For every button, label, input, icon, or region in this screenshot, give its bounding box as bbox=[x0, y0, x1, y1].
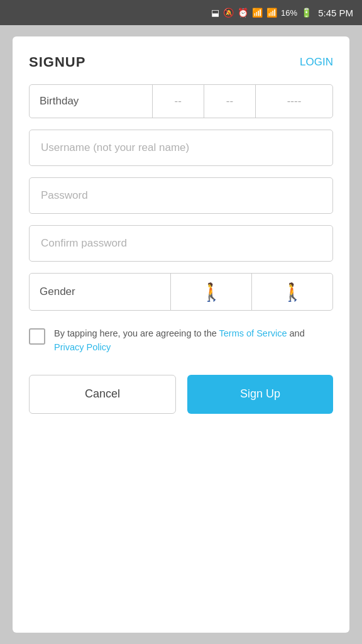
card-header: SIGNUP LOGIN bbox=[29, 54, 333, 70]
birthday-year[interactable]: ---- bbox=[256, 85, 332, 118]
bluetooth-icon: ⬓ bbox=[211, 8, 219, 18]
terms-checkbox[interactable] bbox=[29, 328, 45, 345]
terms-text: By tapping here, you are agreeing to the… bbox=[54, 327, 333, 355]
login-link[interactable]: LOGIN bbox=[300, 56, 333, 69]
status-bar: ⬓ 🔕 ⏰ 📶 📶 16% 🔋 5:45 PM bbox=[0, 0, 362, 25]
gender-field-group: Gender 🚶 🚶 bbox=[29, 273, 333, 311]
birthday-day[interactable]: -- bbox=[204, 85, 256, 118]
confirm-password-input[interactable] bbox=[29, 225, 333, 262]
terms-middle: and bbox=[287, 328, 305, 338]
page-title: SIGNUP bbox=[29, 54, 85, 70]
alarm-icon: ⏰ bbox=[238, 8, 248, 18]
gender-male-option[interactable]: 🚶 bbox=[171, 274, 252, 310]
mute-icon: 🔕 bbox=[223, 8, 234, 18]
birthday-month[interactable]: -- bbox=[153, 85, 204, 118]
birthday-label: Birthday bbox=[30, 85, 153, 118]
terms-row: By tapping here, you are agreeing to the… bbox=[29, 327, 333, 355]
male-icon: 🚶 bbox=[200, 282, 222, 303]
privacy-policy-link[interactable]: Privacy Policy bbox=[54, 342, 111, 352]
battery-level: 16% bbox=[281, 8, 297, 18]
birthday-field-group: Birthday -- -- ---- bbox=[29, 84, 333, 118]
wifi-icon: 📶 bbox=[252, 8, 263, 18]
password-input[interactable] bbox=[29, 177, 333, 214]
terms-of-service-link[interactable]: Terms of Service bbox=[219, 328, 287, 338]
action-buttons: Cancel Sign Up bbox=[29, 375, 333, 414]
status-icons: ⬓ 🔕 ⏰ 📶 📶 16% 🔋 5:45 PM bbox=[211, 8, 353, 18]
female-icon: 🚶 bbox=[282, 282, 304, 303]
username-input[interactable] bbox=[29, 130, 333, 166]
signal-icon: 📶 bbox=[266, 8, 277, 18]
terms-prefix: By tapping here, you are agreeing to the bbox=[54, 328, 219, 338]
signup-button[interactable]: Sign Up bbox=[187, 375, 333, 414]
status-time: 5:45 PM bbox=[318, 8, 353, 18]
cancel-button[interactable]: Cancel bbox=[29, 375, 176, 414]
battery-icon: 🔋 bbox=[301, 8, 312, 18]
gender-label: Gender bbox=[30, 274, 171, 310]
signup-card: SIGNUP LOGIN Birthday -- -- ---- Gender … bbox=[13, 36, 349, 633]
gender-female-option[interactable]: 🚶 bbox=[252, 274, 332, 310]
